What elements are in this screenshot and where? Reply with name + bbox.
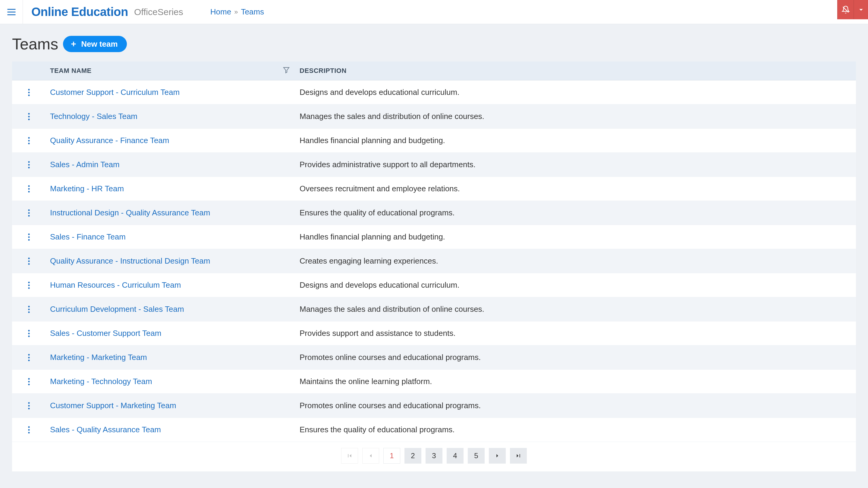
team-link[interactable]: Sales - Admin Team xyxy=(50,160,120,169)
last-page-icon xyxy=(515,452,522,459)
team-link[interactable]: Marketing - Technology Team xyxy=(50,377,152,386)
row-actions-button[interactable] xyxy=(16,185,41,193)
team-link[interactable]: Sales - Finance Team xyxy=(50,232,126,241)
svg-point-16 xyxy=(28,164,30,165)
bell-icon xyxy=(841,5,850,14)
page-last-button[interactable] xyxy=(510,448,527,464)
team-description: Handles financial planning and budgeting… xyxy=(296,225,856,249)
more-vertical-icon xyxy=(28,305,30,314)
svg-point-33 xyxy=(28,306,30,307)
breadcrumb-current[interactable]: Teams xyxy=(241,7,264,17)
plus-icon xyxy=(70,40,78,48)
row-actions-button[interactable] xyxy=(16,233,41,241)
breadcrumb-home[interactable]: Home xyxy=(210,7,231,17)
team-link[interactable]: Quality Assurance - Finance Team xyxy=(50,136,169,145)
row-actions-button[interactable] xyxy=(16,305,41,314)
row-actions-button[interactable] xyxy=(16,426,41,434)
team-link[interactable]: Customer Support - Curriculum Team xyxy=(50,88,180,97)
page-number-button[interactable]: 1 xyxy=(383,448,400,464)
svg-point-36 xyxy=(28,330,30,331)
table-row: Sales - Finance TeamHandles financial pl… xyxy=(12,225,856,249)
svg-point-19 xyxy=(28,188,30,190)
svg-point-40 xyxy=(28,357,30,358)
team-link[interactable]: Human Resources - Curriculum Team xyxy=(50,281,181,290)
topbar-right xyxy=(837,0,868,21)
svg-point-18 xyxy=(28,185,30,187)
row-actions-button[interactable] xyxy=(16,209,41,217)
team-link[interactable]: Instructional Design - Quality Assurance… xyxy=(50,208,210,217)
notifications-button[interactable] xyxy=(837,0,854,19)
teams-table: Team Name Description Customer Support -… xyxy=(12,61,856,442)
svg-point-12 xyxy=(28,137,30,138)
more-vertical-icon xyxy=(28,161,30,169)
svg-point-28 xyxy=(28,260,30,262)
team-description: Designs and develops educational curricu… xyxy=(296,80,856,104)
row-actions-button[interactable] xyxy=(16,353,41,362)
row-actions-button[interactable] xyxy=(16,161,41,169)
page-number-button[interactable]: 4 xyxy=(447,448,464,464)
team-link[interactable]: Marketing - HR Team xyxy=(50,184,124,193)
page-number-button[interactable]: 5 xyxy=(468,448,485,464)
column-header-description[interactable]: Description xyxy=(296,61,856,80)
new-team-label: New team xyxy=(81,39,118,49)
svg-point-50 xyxy=(28,432,30,433)
team-link[interactable]: Sales - Customer Support Team xyxy=(50,329,161,338)
team-description: Ensures the quality of educational progr… xyxy=(296,201,856,225)
row-actions-button[interactable] xyxy=(16,257,41,265)
team-description: Oversees recruitment and employee relati… xyxy=(296,177,856,201)
filter-button-name[interactable] xyxy=(283,66,290,75)
team-link[interactable]: Sales - Quality Assurance Team xyxy=(50,425,161,434)
column-header-actions xyxy=(12,61,46,80)
more-vertical-icon xyxy=(28,378,30,386)
row-actions-button[interactable] xyxy=(16,401,41,410)
more-vertical-icon xyxy=(28,185,30,193)
row-actions-button[interactable] xyxy=(16,378,41,386)
page-number-button[interactable]: 2 xyxy=(404,448,421,464)
team-description: Designs and develops educational curricu… xyxy=(296,273,856,297)
row-actions-button[interactable] xyxy=(16,136,41,145)
team-link[interactable]: Quality Assurance - Instructional Design… xyxy=(50,256,210,265)
row-actions-button[interactable] xyxy=(16,281,41,290)
filter-icon xyxy=(283,66,290,73)
column-header-name-label: Team Name xyxy=(50,67,92,74)
more-vertical-icon xyxy=(28,329,30,338)
more-vertical-icon xyxy=(28,112,30,121)
svg-point-47 xyxy=(28,408,30,409)
team-link[interactable]: Marketing - Marketing Team xyxy=(50,353,147,362)
svg-point-32 xyxy=(28,287,30,289)
row-actions-button[interactable] xyxy=(16,88,41,97)
svg-marker-5 xyxy=(284,67,289,73)
team-link[interactable]: Customer Support - Marketing Team xyxy=(50,401,176,410)
new-team-button[interactable]: New team xyxy=(63,36,127,52)
svg-point-46 xyxy=(28,405,30,406)
first-page-icon xyxy=(346,452,353,459)
column-header-name[interactable]: Team Name xyxy=(46,61,296,80)
row-actions-button[interactable] xyxy=(16,112,41,121)
svg-point-21 xyxy=(28,209,30,211)
table-row: Marketing - Marketing TeamPromotes onlin… xyxy=(12,346,856,369)
table-row: Customer Support - Marketing TeamPromote… xyxy=(12,394,856,418)
topbar: Online Education OfficeSeries Home » Tea… xyxy=(0,0,868,24)
hamburger-menu-button[interactable] xyxy=(0,0,23,24)
page-next-button[interactable] xyxy=(489,448,506,464)
table-row: Human Resources - Curriculum TeamDesigns… xyxy=(12,273,856,297)
svg-point-9 xyxy=(28,113,30,115)
table-row: Customer Support - Curriculum TeamDesign… xyxy=(12,80,856,104)
team-link[interactable]: Technology - Sales Team xyxy=(50,112,137,121)
svg-point-6 xyxy=(28,89,30,90)
table-row: Marketing - Technology TeamMaintains the… xyxy=(12,369,856,394)
svg-point-10 xyxy=(28,116,30,117)
brand-title[interactable]: Online Education xyxy=(31,5,128,19)
team-description: Manages the sales and distribution of on… xyxy=(296,297,856,321)
page-prev-button[interactable] xyxy=(362,448,379,464)
team-description: Handles financial planning and budgeting… xyxy=(296,129,856,153)
svg-point-8 xyxy=(28,94,30,96)
team-description: Maintains the online learning platform. xyxy=(296,369,856,394)
page-first-button[interactable] xyxy=(341,448,358,464)
page-number-button[interactable]: 3 xyxy=(426,448,442,464)
user-menu-button[interactable] xyxy=(854,0,868,19)
svg-point-42 xyxy=(28,378,30,380)
table-row: Curriculum Development - Sales TeamManag… xyxy=(12,297,856,321)
row-actions-button[interactable] xyxy=(16,329,41,338)
team-link[interactable]: Curriculum Development - Sales Team xyxy=(50,304,184,314)
